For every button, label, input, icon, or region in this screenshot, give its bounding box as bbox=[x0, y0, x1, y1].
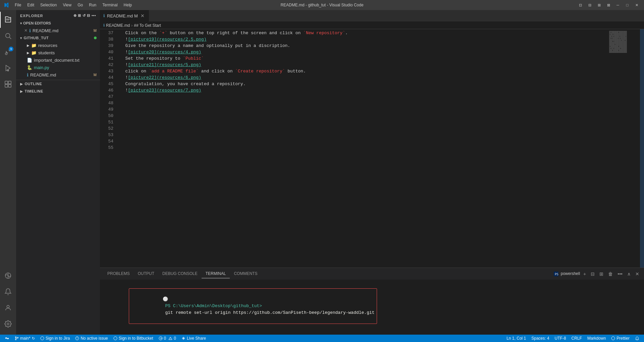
more-actions-icon[interactable]: ••• bbox=[92, 13, 96, 18]
status-no-issue[interactable]: ! No active issue bbox=[72, 335, 110, 342]
activity-search[interactable] bbox=[0, 28, 16, 44]
svg-point-13 bbox=[7, 305, 9, 308]
activity-run-debug[interactable] bbox=[0, 60, 16, 76]
tab-close-icon[interactable]: ✕ bbox=[140, 13, 145, 18]
breadcrumb-section[interactable]: ## To Get Start bbox=[134, 23, 161, 28]
vscode-logo-icon bbox=[3, 2, 9, 8]
terminal-layout-icon[interactable]: ⊞ bbox=[598, 271, 605, 277]
prettier-icon bbox=[611, 336, 615, 340]
layout-split-btn[interactable]: ⊟ bbox=[586, 2, 594, 8]
activity-settings[interactable] bbox=[0, 316, 16, 332]
status-eol[interactable]: CRLF bbox=[569, 335, 585, 342]
jira-icon bbox=[40, 336, 44, 340]
breadcrumb-separator: › bbox=[131, 23, 132, 28]
activity-account[interactable] bbox=[0, 300, 16, 316]
status-live-share[interactable]: Live Share bbox=[179, 335, 209, 342]
ln-col-label: Ln 1, Col 1 bbox=[506, 336, 526, 341]
menu-view[interactable]: View bbox=[60, 2, 74, 8]
outline-section[interactable]: ▶ OUTLINE bbox=[16, 80, 100, 88]
eol-label: CRLF bbox=[572, 336, 582, 341]
activity-remote[interactable] bbox=[0, 268, 16, 284]
status-ln-col[interactable]: Ln 1, Col 1 bbox=[504, 335, 529, 342]
svg-point-31 bbox=[611, 337, 615, 340]
resources-label: resources bbox=[38, 43, 57, 48]
activity-source-control[interactable]: 9 bbox=[0, 44, 16, 60]
code-editor[interactable]: Click on the `+` button on the top right… bbox=[117, 29, 604, 268]
layout-options-btn[interactable]: ⊠ bbox=[604, 2, 612, 8]
status-sign-bitbucket[interactable]: Sign in to Bitbucket bbox=[111, 335, 156, 342]
activity-extensions[interactable] bbox=[0, 76, 16, 92]
svg-point-4 bbox=[5, 53, 7, 55]
tab-readme[interactable]: ℹ README.md M ✕ bbox=[100, 10, 149, 21]
svg-point-7 bbox=[7, 70, 9, 71]
svg-point-17 bbox=[6, 338, 7, 339]
main-layout: 9 bbox=[0, 10, 644, 335]
panel-tab-problems[interactable]: PROBLEMS bbox=[103, 269, 134, 278]
github-tut-folder[interactable]: ▾ GITHUB_TUT bbox=[16, 34, 100, 42]
resources-folder[interactable]: ▶ 📁 resources bbox=[16, 42, 100, 49]
new-file-icon[interactable]: ⊕ bbox=[73, 13, 77, 18]
panel-tab-debug-console[interactable]: DEBUG CONSOLE bbox=[158, 269, 202, 278]
new-folder-icon[interactable]: ⊞ bbox=[78, 13, 81, 18]
status-language[interactable]: Markdown bbox=[585, 335, 608, 342]
status-notification-bell[interactable] bbox=[632, 335, 642, 342]
minimize-btn[interactable]: ─ bbox=[614, 2, 622, 8]
source-control-badge: 9 bbox=[9, 47, 13, 51]
students-folder[interactable]: ▶ 📁 students bbox=[16, 49, 100, 56]
menu-file[interactable]: File bbox=[12, 2, 24, 8]
timeline-section[interactable]: ▶ TIMELINE bbox=[16, 88, 100, 95]
terminal-line-1: ⚪ PS C:\Users\Admin\Desktop\github_tut> … bbox=[103, 281, 641, 331]
menu-go[interactable]: Go bbox=[75, 2, 86, 8]
status-branch[interactable]: main* ↻ bbox=[12, 335, 38, 342]
maximize-btn[interactable]: □ bbox=[623, 2, 631, 8]
terminal-content[interactable]: ⚪ PS C:\Users\Admin\Desktop\github_tut> … bbox=[100, 280, 644, 335]
account-icon bbox=[4, 304, 12, 311]
panel-tab-terminal[interactable]: TERMINAL bbox=[202, 269, 230, 278]
code-line-55: ![picture23](resources/7.png) bbox=[117, 87, 604, 94]
sidebar-title: Explorer bbox=[20, 14, 43, 18]
outline-label: OUTLINE bbox=[25, 82, 42, 86]
split-terminal-icon[interactable]: ⊟ bbox=[589, 271, 596, 277]
add-terminal-icon[interactable]: + bbox=[582, 271, 587, 277]
collapse-icon[interactable]: ⊟ bbox=[87, 13, 90, 18]
menu-selection[interactable]: Selection bbox=[38, 2, 59, 8]
svg-rect-0 bbox=[6, 19, 11, 19]
menu-run[interactable]: Run bbox=[86, 2, 99, 8]
breadcrumb-file[interactable]: README.md bbox=[106, 23, 130, 28]
more-terminal-icon[interactable]: ••• bbox=[616, 271, 624, 277]
activity-explorer[interactable] bbox=[0, 12, 16, 28]
maximize-panel-icon[interactable]: ∧ bbox=[626, 271, 632, 277]
main-py-file[interactable]: 🐍 main.py bbox=[16, 64, 100, 71]
code-line-37: Click on the `+` button on the top right… bbox=[117, 30, 604, 36]
menu-edit[interactable]: Edit bbox=[24, 2, 37, 8]
close-btn[interactable]: ✕ bbox=[633, 2, 641, 8]
panel-tab-output[interactable]: OUTPUT bbox=[134, 269, 158, 278]
minimap[interactable]: ████████████████████████████████████████… bbox=[604, 29, 644, 268]
error-count: 0 bbox=[164, 336, 166, 341]
menu-terminal[interactable]: Terminal bbox=[100, 2, 120, 8]
layout-toggle-btn[interactable]: ⊡ bbox=[576, 2, 584, 8]
svg-point-20 bbox=[15, 339, 16, 340]
status-prettier[interactable]: Prettier bbox=[608, 335, 632, 342]
open-editors-section[interactable]: ▾ Open Editors bbox=[16, 19, 100, 27]
svg-rect-8 bbox=[5, 81, 8, 84]
status-errors-warnings[interactable]: ✕ 0 ! 0 bbox=[156, 335, 179, 342]
menu-help[interactable]: Help bbox=[121, 2, 135, 8]
important-doc-file[interactable]: 📄 important_document.txt bbox=[16, 56, 100, 64]
open-editor-readme[interactable]: ✕ ℹ README.md M bbox=[16, 27, 100, 34]
status-encoding[interactable]: UTF-8 bbox=[552, 335, 569, 342]
panel-tab-comments[interactable]: COMMENTS bbox=[230, 269, 261, 278]
close-panel-icon[interactable]: ✕ bbox=[634, 271, 641, 277]
kill-terminal-icon[interactable]: 🗑 bbox=[607, 271, 614, 277]
status-sign-jira[interactable]: Sign in to Jira bbox=[38, 335, 73, 342]
status-remote-indicator[interactable] bbox=[2, 335, 12, 342]
refresh-icon[interactable]: ↺ bbox=[83, 13, 86, 18]
readme-file[interactable]: ℹ README.md M bbox=[16, 71, 100, 78]
status-spaces[interactable]: Spaces: 4 bbox=[529, 335, 552, 342]
activity-notifications[interactable] bbox=[0, 284, 16, 300]
py-file-icon: 🐍 bbox=[27, 65, 32, 70]
status-bar-right: Ln 1, Col 1 Spaces: 4 UTF-8 CRLF Markdow… bbox=[504, 335, 642, 342]
resources-arrow: ▶ bbox=[27, 44, 30, 47]
layout-panels-btn[interactable]: ⊞ bbox=[595, 2, 603, 8]
close-file-icon[interactable]: ✕ bbox=[24, 28, 28, 33]
